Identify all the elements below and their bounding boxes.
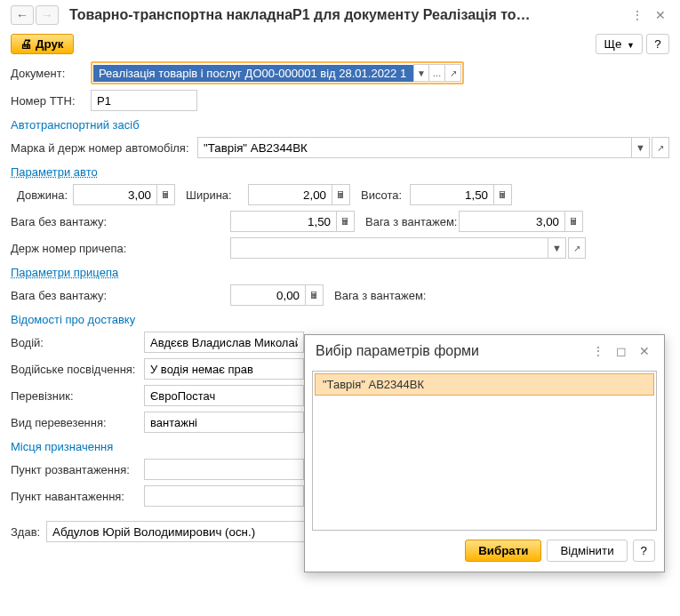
open-icon[interactable]: ↗ — [652, 137, 669, 158]
kebab-menu-icon[interactable]: ⋮ — [628, 6, 646, 24]
height-input[interactable] — [410, 184, 494, 205]
driver-label: Водій: — [11, 336, 144, 349]
height-label: Висота: — [361, 188, 410, 202]
printer-icon: 🖨 — [20, 37, 32, 51]
load-label: Пункт навантаження: — [11, 490, 144, 503]
cancel-button[interactable]: Відмінити — [547, 540, 627, 562]
maximize-icon[interactable]: ◻ — [612, 342, 630, 360]
section-auto: Автотранспортний засіб — [11, 118, 669, 132]
calculator-icon[interactable]: 🖩 — [494, 184, 512, 205]
ttn-label: Номер ТТН: — [11, 94, 91, 108]
driver-input[interactable] — [144, 332, 304, 353]
close-icon[interactable]: ✕ — [652, 6, 669, 24]
open-icon[interactable]: ↗ — [568, 237, 586, 259]
trailer-weight-empty-label: Вага без вантажу: — [11, 289, 230, 302]
doc-value[interactable]: Реалізація товарів і послуг ДО00-000001 … — [93, 65, 413, 82]
forward-button[interactable]: → — [36, 5, 59, 25]
open-icon[interactable]: ↗ — [445, 64, 461, 82]
length-label: Довжина: — [11, 188, 73, 202]
weight-loaded-input[interactable] — [459, 211, 565, 232]
car-label: Марка й держ номер автомобіля: — [11, 141, 197, 155]
sender-label: Здав: — [11, 525, 46, 539]
transport-type-input[interactable] — [144, 412, 304, 433]
calculator-icon[interactable]: 🖩 — [337, 211, 355, 232]
ttn-input[interactable] — [91, 90, 197, 111]
section-auto-params[interactable]: Параметри авто — [11, 165, 669, 179]
doc-field-wrapper: Реалізація товарів і послуг ДО00-000001 … — [91, 61, 464, 84]
section-trailer-params[interactable]: Параметри прицепа — [11, 266, 669, 279]
load-input[interactable] — [144, 485, 304, 507]
dialog-list: "Таврія" АВ2344ВК — [312, 371, 657, 531]
kebab-menu-icon[interactable]: ⋮ — [589, 342, 607, 360]
width-label: Ширина: — [186, 188, 248, 202]
weight-loaded-label: Вага з вантажем: — [365, 215, 459, 228]
chevron-down-icon: ▼ — [627, 41, 635, 50]
unload-input[interactable] — [144, 459, 304, 480]
transport-type-label: Вид перевезення: — [11, 416, 144, 429]
weight-empty-label: Вага без вантажу: — [11, 215, 230, 228]
calculator-icon[interactable]: 🖩 — [332, 184, 350, 205]
trailer-weight-loaded-label: Вага з вантажем: — [334, 289, 428, 302]
more-button[interactable]: Ще ▼ — [596, 34, 643, 54]
chevron-down-icon[interactable]: ▼ — [548, 237, 566, 259]
ellipsis-icon[interactable]: … — [429, 64, 445, 82]
calculator-icon[interactable]: 🖩 — [157, 184, 175, 205]
help-button[interactable]: ? — [633, 540, 655, 562]
carrier-label: Перевізник: — [11, 389, 144, 403]
car-input[interactable] — [197, 137, 632, 158]
page-title: Товарно-транспортна накладнаР1 для докум… — [69, 7, 623, 23]
trailer-weight-empty-input[interactable] — [230, 284, 306, 306]
chevron-down-icon[interactable]: ▼ — [413, 64, 429, 82]
trailer-input[interactable] — [230, 237, 548, 259]
width-input[interactable] — [248, 184, 332, 205]
section-delivery: Відомості про доставку — [11, 313, 669, 326]
calculator-icon[interactable]: 🖩 — [565, 211, 583, 232]
license-input[interactable] — [144, 358, 304, 380]
chevron-down-icon[interactable]: ▼ — [632, 137, 650, 158]
back-button[interactable]: ← — [11, 5, 34, 25]
trailer-label: Держ номер причепа: — [11, 242, 230, 255]
help-button[interactable]: ? — [646, 34, 669, 54]
close-icon[interactable]: ✕ — [636, 342, 653, 360]
select-params-dialog: Вибір параметрів форми ⋮ ◻ ✕ "Таврія" АВ… — [304, 334, 665, 572]
calculator-icon[interactable]: 🖩 — [306, 284, 324, 306]
length-input[interactable] — [73, 184, 157, 205]
print-button[interactable]: 🖨 Друк — [11, 34, 74, 54]
weight-empty-input[interactable] — [230, 211, 337, 232]
license-label: Водійське посвідчення: — [11, 363, 144, 376]
carrier-input[interactable] — [144, 385, 304, 406]
select-button[interactable]: Вибрати — [465, 540, 541, 562]
print-label: Друк — [36, 37, 64, 51]
dialog-title: Вибір параметрів форми — [316, 343, 584, 359]
list-item[interactable]: "Таврія" АВ2344ВК — [315, 373, 654, 396]
doc-label: Документ: — [11, 67, 91, 80]
unload-label: Пункт розвантаження: — [11, 463, 144, 476]
